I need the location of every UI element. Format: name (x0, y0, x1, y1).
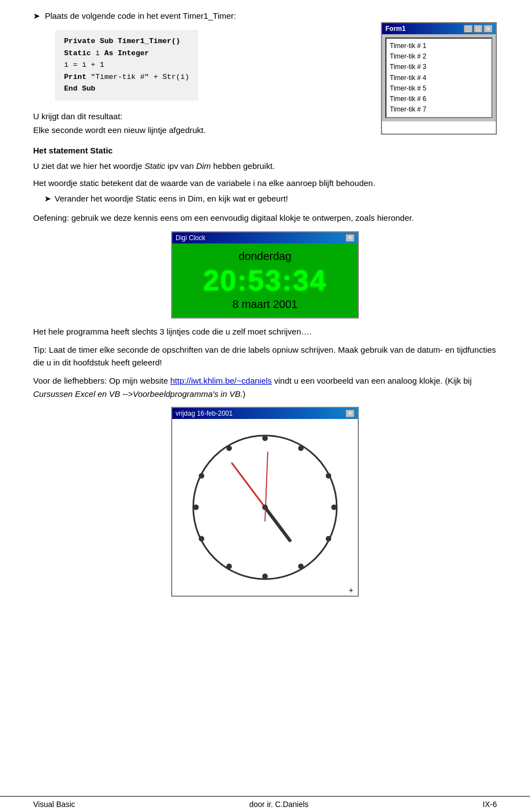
analog-clock-titlebar: vrijdag 16-feb-2001 ✕ (172, 408, 358, 419)
form1-window: Form1 _ □ ✕ Timer-tik # 1 Timer-tik # 2 … (381, 22, 497, 135)
code-line-5: End Sub (64, 83, 189, 95)
footer-center: door ir. C.Daniels (249, 800, 308, 809)
footer-left: Visual Basic (33, 800, 75, 809)
clock-day: donderdag (239, 250, 292, 263)
form1-body: Timer-tik # 1 Timer-tik # 2 Timer-tik # … (382, 34, 496, 121)
top-section: ➤ Plaats de volgende code in het event T… (33, 11, 497, 135)
svg-point-12 (226, 445, 232, 451)
svg-point-8 (226, 564, 232, 569)
static-body-text: Het woordje static betekent dat de waard… (33, 177, 497, 189)
liefhebbers-text: Voor de liefhebbers: Op mijn website htt… (33, 374, 497, 400)
code-line-1: Private Sub Timer1_Timer() (64, 35, 189, 47)
tip-text: Tip: Laat de timer elke seconde de opsch… (33, 343, 497, 369)
digi-clock-title: Digi Clock (176, 234, 205, 242)
svg-point-6 (298, 564, 304, 569)
clock-date: 8 maart 2001 (232, 298, 298, 311)
static-section-heading: Het statement Static (33, 146, 497, 155)
analog-clock-svg (182, 424, 348, 590)
oefening-text: Oefening: gebruik we deze kennis eens om… (33, 211, 497, 224)
minimize-button[interactable]: _ (464, 25, 473, 33)
close-button[interactable]: ✕ (484, 25, 492, 33)
svg-point-16 (262, 505, 268, 510)
code-line-4: Print "Timer-tik #" + Str(i) (64, 71, 189, 83)
list-item: Timer-tik # 5 (390, 83, 488, 94)
code-line-3: i = i + 1 (64, 59, 189, 71)
oefening-section: Oefening: gebruik we deze kennis eens om… (33, 211, 497, 224)
analog-clock-title: vrijdag 16-feb-2001 (176, 410, 232, 417)
list-item: Timer-tik # 2 (390, 51, 488, 62)
analog-clock-body: + (172, 419, 358, 596)
list-item: Timer-tik # 1 (390, 41, 488, 51)
footer: Visual Basic door ir. C.Daniels IX-6 (0, 796, 530, 812)
arrow-symbol: ➤ (33, 11, 40, 20)
page-content: ➤ Plaats de volgende code in het event T… (33, 11, 497, 597)
list-item: Timer-tik # 6 (390, 94, 488, 104)
digi-clock-body: donderdag 20:53:34 8 maart 2001 (172, 243, 358, 317)
program-note: Het hele programma heeft slechts 3 lijnt… (33, 325, 497, 338)
digi-close-button[interactable]: ✕ (346, 234, 354, 242)
svg-point-1 (262, 436, 268, 441)
form1-buttons: _ □ ✕ (464, 25, 492, 33)
analog-clock-window: vrijdag 16-feb-2001 ✕ (171, 407, 359, 597)
svg-point-5 (326, 536, 331, 542)
static-intro-text: U ziet dat we hier het woordje Static ip… (33, 160, 497, 172)
result-description: Elke seconde wordt een nieuw lijntje afg… (33, 125, 370, 135)
svg-point-3 (326, 473, 331, 479)
digi-clock-titlebar: Digi Clock ✕ (172, 232, 358, 243)
svg-point-7 (262, 574, 268, 579)
plus-sign: + (349, 586, 353, 595)
intro-arrow-text: ➤ Plaats de volgende code in het event T… (33, 11, 370, 21)
clock-time: 20:53:34 (203, 266, 327, 295)
analog-close-button[interactable]: ✕ (346, 410, 354, 417)
code-line-2: Static i As Integer (64, 47, 189, 60)
svg-point-4 (331, 505, 337, 510)
result-label: U krijgt dan dit resultaat: (33, 112, 370, 121)
list-item: Timer-tik # 3 (390, 62, 488, 72)
svg-point-2 (298, 445, 304, 451)
top-text: ➤ Plaats de volgende code in het event T… (33, 11, 370, 135)
form1-titlebar: Form1 _ □ ✕ (382, 23, 496, 34)
liefhebbers-link[interactable]: http://iwt.khlim.be/~cdaniels (170, 376, 272, 385)
footer-right: IX-6 (483, 800, 497, 809)
svg-point-10 (193, 505, 199, 510)
maximize-button[interactable]: □ (474, 25, 483, 33)
form1-listbox: Timer-tik # 1 Timer-tik # 2 Timer-tik # … (385, 38, 492, 118)
svg-point-11 (199, 473, 204, 479)
static-arrow-bullet: ➤ Verander het woordje Static eens in Di… (44, 194, 497, 204)
svg-point-9 (199, 536, 204, 542)
digi-clock-window: Digi Clock ✕ donderdag 20:53:34 8 maart … (171, 231, 359, 319)
list-item: Timer-tik # 4 (390, 73, 488, 83)
arrow-symbol-2: ➤ (44, 194, 51, 204)
form1-title: Form1 (385, 25, 406, 33)
code-block: Private Sub Timer1_Timer() Static i As I… (55, 30, 198, 100)
list-item: Timer-tik # 7 (390, 104, 488, 115)
